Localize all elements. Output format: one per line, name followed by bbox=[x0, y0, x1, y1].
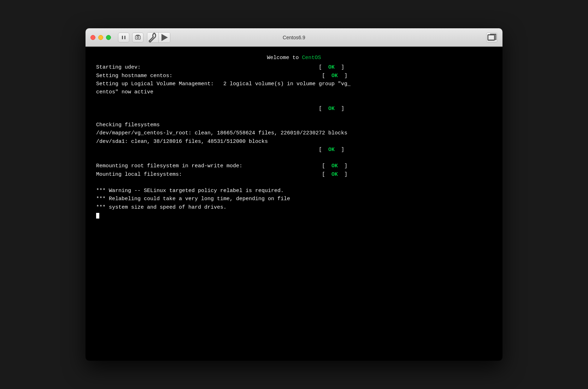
svg-marker-5 bbox=[161, 34, 168, 41]
titlebar-controls bbox=[118, 33, 143, 42]
svg-rect-3 bbox=[136, 35, 139, 36]
titlebar-tools bbox=[147, 32, 170, 43]
line-warning1: *** Warning -- SELinux targeted policy r… bbox=[96, 187, 492, 195]
wrench-icon bbox=[147, 32, 158, 43]
line-fs-ok: [ OK ] bbox=[96, 146, 492, 154]
titlebar: Centos6.9 bbox=[86, 28, 502, 47]
line-sda1: /dev/sda1: clean, 38/128016 files, 48531… bbox=[96, 138, 492, 146]
welcome-text: Welcome to bbox=[267, 55, 302, 61]
line-lvm1: Setting up Logical Volume Management: 2 … bbox=[96, 80, 492, 88]
screenshot-icon bbox=[135, 35, 141, 40]
svg-rect-2 bbox=[135, 36, 140, 39]
svg-rect-0 bbox=[122, 36, 123, 39]
line-mapper: /dev/mapper/vg_centos-lv_root: clean, 18… bbox=[96, 129, 492, 137]
line-mount: Mounting local filesystems: [ OK ] bbox=[96, 170, 492, 179]
welcome-line: Welcome to CentOS bbox=[96, 54, 492, 62]
maximize-button[interactable] bbox=[106, 35, 111, 40]
svg-rect-1 bbox=[124, 36, 125, 39]
terminal-window: Centos6.9 Welcome to CentOS Starting ude… bbox=[86, 28, 502, 361]
line-remount: Remounting root filesystem in read-write… bbox=[96, 162, 492, 170]
line-blank3 bbox=[96, 154, 492, 162]
pause-button[interactable] bbox=[118, 33, 129, 42]
expand-icon bbox=[487, 32, 497, 43]
minimize-button[interactable] bbox=[98, 35, 103, 40]
window-title: Centos6.9 bbox=[283, 35, 305, 40]
pause-icon bbox=[121, 35, 127, 40]
line-warning3: *** system size and speed of hard drives… bbox=[96, 203, 492, 211]
line-warning2: *** Relabeling could take a very long ti… bbox=[96, 195, 492, 203]
centos-brand: CentOS bbox=[302, 55, 321, 61]
titlebar-right bbox=[486, 33, 498, 42]
wrench-tool[interactable] bbox=[147, 33, 159, 42]
line-udev: Starting udev: [ OK ] bbox=[96, 63, 492, 71]
svg-rect-6 bbox=[488, 35, 495, 40]
terminal-cursor bbox=[96, 213, 99, 219]
line-lvm-ok: [ OK ] bbox=[96, 105, 492, 113]
screenshot-button[interactable] bbox=[132, 33, 143, 42]
expand-button[interactable] bbox=[486, 33, 498, 42]
traffic-lights bbox=[90, 35, 111, 40]
play-tool[interactable] bbox=[159, 33, 170, 42]
line-blank1 bbox=[96, 96, 492, 104]
line-blank2 bbox=[96, 113, 492, 121]
play-icon bbox=[159, 32, 170, 43]
line-checkfs: Checking filesystems bbox=[96, 121, 492, 129]
terminal-content[interactable]: Welcome to CentOS Starting udev: [ OK ] … bbox=[86, 47, 502, 361]
svg-point-4 bbox=[137, 36, 139, 38]
line-blank4 bbox=[96, 179, 492, 187]
line-lvm2: centos" now active bbox=[96, 88, 492, 96]
line-cursor bbox=[96, 211, 492, 220]
close-button[interactable] bbox=[90, 35, 95, 40]
line-hostname: Setting hostname centos: [ OK ] bbox=[96, 72, 492, 80]
